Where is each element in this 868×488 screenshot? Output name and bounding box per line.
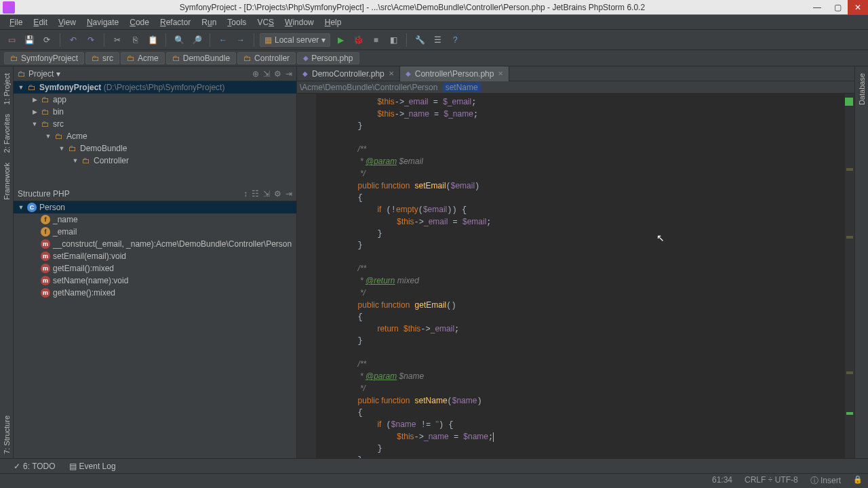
tree-node[interactable]: ▼🗀Acme (14, 130, 296, 142)
editor-tab[interactable]: ◆DemoController.php✕ (297, 66, 400, 81)
tree-node[interactable]: ▼🗀src (14, 118, 296, 130)
marker[interactable] (846, 168, 853, 171)
crumb-src[interactable]: 🗀src (85, 52, 119, 64)
marker[interactable] (846, 371, 853, 374)
php-file-icon: ◆ (406, 70, 411, 77)
collapse-icon[interactable]: ⇲ (263, 69, 270, 79)
structure-member[interactable]: f_email (14, 226, 296, 238)
tab-framework[interactable]: Framework (1, 159, 12, 204)
tab-project[interactable]: 1: Project (1, 69, 12, 108)
insert-mode[interactable]: ⓘ Insert (810, 475, 841, 487)
find-icon[interactable]: 🔍 (172, 33, 186, 47)
left-tool-strip: 1: Project 2: Favorites Framework 7: Str… (0, 66, 14, 458)
structure-member[interactable]: f_name (14, 214, 296, 226)
coverage-icon[interactable]: ◧ (386, 33, 401, 47)
gear-icon[interactable]: ⚙ (274, 189, 281, 199)
event-log-tool[interactable]: ▤Event Log (69, 462, 116, 471)
debug-icon[interactable]: 🐞 (351, 33, 366, 47)
chevron-down-icon[interactable]: ▾ (56, 69, 60, 79)
target-icon[interactable]: ⊕ (252, 69, 259, 79)
collapse-icon[interactable]: ⇲ (263, 189, 270, 199)
save-icon[interactable]: 💾 (22, 33, 37, 47)
paste-icon[interactable]: 📋 (145, 33, 160, 47)
tree-node[interactable]: ▼🗀Controller (14, 155, 296, 167)
tab-structure[interactable]: 7: Structure (1, 411, 12, 458)
back-icon[interactable]: ← (216, 33, 231, 47)
settings-icon[interactable]: 🔧 (412, 33, 427, 47)
crumb-project[interactable]: 🗀SymfonyProject (4, 52, 84, 64)
editor-gutter[interactable] (297, 94, 316, 458)
menu-edit[interactable]: Edit (28, 16, 53, 28)
window-title: SymfonyProject - [D:\Projects\Php\Symfon… (18, 3, 807, 12)
menu-run[interactable]: Run (196, 16, 222, 28)
tab-favorites[interactable]: 2: Favorites (1, 110, 12, 157)
run-icon[interactable]: ▶ (333, 33, 348, 47)
menu-view[interactable]: View (53, 16, 81, 28)
crumb-file[interactable]: ◆Person.php (297, 52, 359, 64)
menu-help[interactable]: Help (319, 16, 347, 28)
error-stripe[interactable] (845, 94, 854, 458)
redo-icon[interactable]: ↷ (83, 33, 98, 47)
structure-member[interactable]: msetName(name):void (14, 274, 296, 287)
tree-root[interactable]: ▼🗀 SymfonyProject (D:\Projects\Php\Symfo… (14, 81, 296, 94)
title-bar: SymfonyProject - [D:\Projects\Php\Symfon… (0, 0, 868, 15)
maximize-button[interactable]: ▢ (827, 0, 848, 15)
open-icon[interactable]: ▭ (4, 33, 19, 47)
structure-class[interactable]: ▼C Person (14, 201, 296, 214)
crumb-acme[interactable]: 🗀Acme (121, 52, 165, 64)
close-tab-icon[interactable]: ✕ (498, 70, 503, 77)
menu-window[interactable]: Window (279, 16, 319, 28)
undo-icon[interactable]: ↶ (66, 33, 81, 47)
line-separator[interactable]: CRLF ÷ UTF-8 (745, 475, 798, 487)
structure-member[interactable]: mgetEmail():mixed (14, 262, 296, 274)
close-button[interactable]: ✕ (848, 0, 868, 15)
minimize-button[interactable]: — (807, 0, 827, 15)
help-icon[interactable]: ? (448, 33, 462, 47)
crumb-controller[interactable]: 🗀Controller (237, 52, 296, 64)
structure-member[interactable]: msetEmail(email):void (14, 250, 296, 262)
filter-icon[interactable]: ☷ (252, 189, 259, 199)
menu-tools[interactable]: Tools (222, 16, 252, 28)
caret-position[interactable]: 61:34 (712, 475, 732, 487)
marker[interactable] (846, 236, 853, 239)
app-icon (3, 1, 15, 14)
cut-icon[interactable]: ✂ (110, 33, 125, 47)
todo-tool[interactable]: ✓6: TODO (14, 462, 56, 471)
replace-icon[interactable]: 🔎 (189, 33, 204, 47)
forward-icon[interactable]: → (233, 33, 248, 47)
menu-vcs[interactable]: VCS (252, 16, 279, 28)
copy-icon[interactable]: ⎘ (127, 33, 142, 47)
menu-navigate[interactable]: Navigate (81, 16, 124, 28)
tree-node[interactable]: ▶🗀app (14, 94, 296, 106)
editor-tab[interactable]: ◆Controller\Person.php✕ (400, 66, 510, 81)
field-icon: f (41, 215, 50, 224)
sync-icon[interactable]: ⟳ (39, 33, 54, 47)
code-editor[interactable]: $this->_email = $_email; $this->_name = … (316, 94, 845, 458)
tab-database[interactable]: Database (856, 69, 867, 109)
run-config-select[interactable]: ▦ Local server ▾ (260, 33, 330, 47)
structure-member[interactable]: mgetName():mixed (14, 287, 296, 299)
php-file-icon: ◆ (302, 70, 308, 77)
crumb-demobundle[interactable]: 🗀DemoBundle (166, 52, 236, 64)
menu-code[interactable]: Code (124, 16, 155, 28)
close-tab-icon[interactable]: ✕ (389, 70, 394, 77)
chevron-down-icon: ▾ (321, 35, 326, 45)
editor-breadcrumb[interactable]: \Acme\DemoBundle\Controller\Person setNa… (297, 81, 854, 94)
menu-refactor[interactable]: Refactor (155, 16, 196, 28)
structure-icon[interactable]: ☰ (430, 33, 445, 47)
hide-icon[interactable]: ⇥ (285, 69, 292, 79)
tree-node[interactable]: ▶🗀bin (14, 106, 296, 118)
sort-icon[interactable]: ↕ (243, 189, 248, 199)
structure-member[interactable]: m__construct(_email, _name):Acme\DemoBun… (14, 238, 296, 250)
gear-icon[interactable]: ⚙ (274, 69, 281, 79)
folder-icon: 🗀 (243, 54, 252, 63)
menu-file[interactable]: File (4, 16, 28, 28)
project-tree[interactable]: ▼🗀 SymfonyProject (D:\Projects\Php\Symfo… (14, 81, 296, 186)
tree-node[interactable]: ▼🗀DemoBundle (14, 142, 296, 155)
marker[interactable] (846, 412, 853, 415)
stop-icon[interactable]: ■ (368, 33, 383, 47)
structure-tree[interactable]: ▼C Person f_name f_email m__construct(_e… (14, 201, 296, 458)
lock-icon[interactable]: 🔒 (853, 475, 863, 487)
field-icon: f (41, 227, 50, 237)
hide-icon[interactable]: ⇥ (285, 189, 292, 199)
